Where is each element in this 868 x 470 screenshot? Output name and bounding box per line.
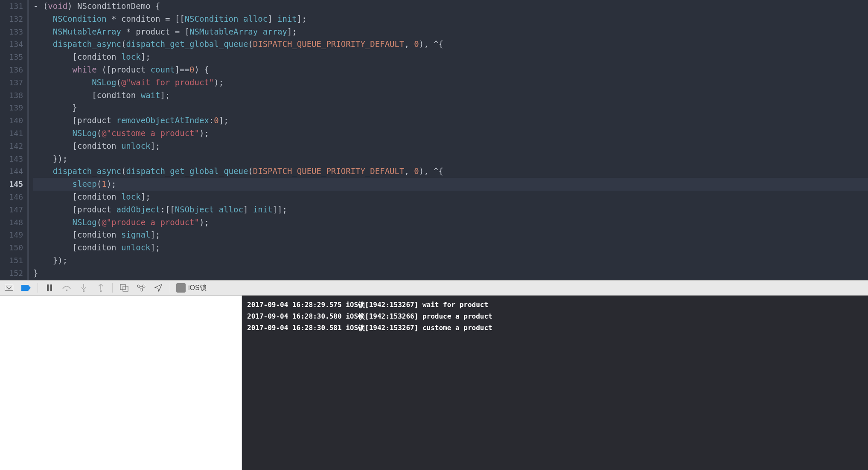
gutter-line-number[interactable]: 137 (0, 76, 23, 89)
console-output[interactable]: 2017-09-04 16:28:29.575 iOS锁[1942:153267… (242, 296, 868, 470)
app-icon (176, 283, 186, 293)
code-line[interactable]: } (33, 102, 868, 114)
step-into-icon[interactable] (78, 283, 89, 293)
gutter-line-number[interactable]: 152 (0, 267, 23, 280)
gutter-line-number[interactable]: 136 (0, 64, 23, 76)
svg-line-15 (142, 287, 143, 289)
console-area: 2017-09-04 16:28:29.575 iOS锁[1942:153267… (0, 296, 868, 470)
gutter: 1311321331341351361371381391401411421431… (0, 0, 28, 280)
gutter-line-number[interactable]: 147 (0, 203, 23, 216)
svg-point-10 (137, 285, 140, 287)
code-line[interactable]: [conditon wait]; (33, 89, 868, 102)
code-line[interactable]: - (void) NSconditionDemo { (33, 0, 868, 13)
debug-memory-icon[interactable] (136, 283, 147, 293)
separator (170, 283, 170, 293)
code-line[interactable]: [product addObject:[[NSObject alloc] ini… (33, 203, 868, 216)
gutter-line-number[interactable]: 135 (0, 51, 23, 64)
gutter-line-number[interactable]: 146 (0, 191, 23, 203)
variables-view[interactable] (0, 296, 242, 470)
debug-target[interactable]: iOS锁 (176, 283, 207, 293)
svg-rect-1 (47, 284, 49, 291)
gutter-line-number[interactable]: 143 (0, 153, 23, 165)
gutter-line-number[interactable]: 149 (0, 229, 23, 241)
code-line[interactable]: while ([product count]==0) { (33, 64, 868, 76)
code-line[interactable]: [product removeObjectAtIndex:0]; (33, 114, 868, 127)
gutter-line-number[interactable]: 150 (0, 241, 23, 254)
step-out-icon[interactable] (95, 283, 106, 293)
code-line[interactable]: NSLog(@"wait for product"); (33, 76, 868, 89)
svg-point-12 (140, 289, 143, 291)
simulate-location-icon[interactable] (153, 283, 164, 293)
svg-line-14 (139, 287, 141, 289)
code-line[interactable]: [conditon unlock]; (33, 241, 868, 254)
pause-icon[interactable] (44, 283, 55, 293)
gutter-line-number[interactable]: 133 (0, 26, 23, 38)
code-line[interactable]: sleep(1); (33, 178, 868, 191)
target-name: iOS锁 (188, 284, 207, 293)
svg-rect-0 (5, 285, 13, 291)
separator (38, 283, 38, 293)
debug-view-hierarchy-icon[interactable] (119, 283, 130, 293)
svg-point-11 (143, 285, 145, 287)
gutter-line-number[interactable]: 141 (0, 127, 23, 140)
gutter-line-number[interactable]: 140 (0, 114, 23, 127)
code-line[interactable]: }); (33, 153, 868, 165)
debug-toolbar: iOS锁 (0, 280, 868, 296)
code-line[interactable]: [conditon lock]; (33, 51, 868, 64)
code-line[interactable]: NSLog(@"produce a product"); (33, 216, 868, 229)
gutter-line-number[interactable]: 138 (0, 89, 23, 102)
svg-rect-3 (66, 290, 67, 291)
code-line[interactable]: dispatch_async(dispatch_get_global_queue… (33, 38, 868, 51)
code-line[interactable]: NSMutableArray * product = [NSMutableArr… (33, 26, 868, 38)
code-line[interactable]: dispatch_async(dispatch_get_global_queue… (33, 165, 868, 178)
gutter-line-number[interactable]: 131 (0, 0, 23, 13)
code-line[interactable]: NSCondition * conditon = [[NSCondition a… (33, 13, 868, 26)
code-line[interactable]: [conditon signal]; (33, 229, 868, 241)
svg-rect-7 (100, 290, 102, 292)
separator (112, 283, 113, 293)
gutter-line-number[interactable]: 142 (0, 140, 23, 153)
gutter-line-number[interactable]: 144 (0, 165, 23, 178)
code-view[interactable]: - (void) NSconditionDemo { NSCondition *… (28, 0, 868, 280)
gutter-line-number[interactable]: 145 (0, 178, 23, 191)
gutter-line-number[interactable]: 151 (0, 254, 23, 267)
gutter-bar (27, 0, 29, 280)
gutter-line-number[interactable]: 132 (0, 13, 23, 26)
editor-area: 1311321331341351361371381391401411421431… (0, 0, 868, 280)
code-line[interactable]: }); (33, 254, 868, 267)
gutter-line-number[interactable]: 148 (0, 216, 23, 229)
code-line[interactable]: NSLog(@"custome a product"); (33, 127, 868, 140)
hide-debug-area-icon[interactable] (3, 283, 15, 293)
code-line[interactable]: } (33, 267, 868, 280)
breakpoint-toggle-icon[interactable] (20, 283, 32, 293)
gutter-line-number[interactable]: 139 (0, 102, 23, 114)
gutter-line-number[interactable]: 134 (0, 38, 23, 51)
step-over-icon[interactable] (61, 283, 72, 293)
svg-rect-5 (83, 290, 84, 292)
code-line[interactable]: [conditon lock]; (33, 191, 868, 203)
code-line[interactable]: [conditon unlock]; (33, 140, 868, 153)
svg-rect-2 (50, 284, 52, 291)
